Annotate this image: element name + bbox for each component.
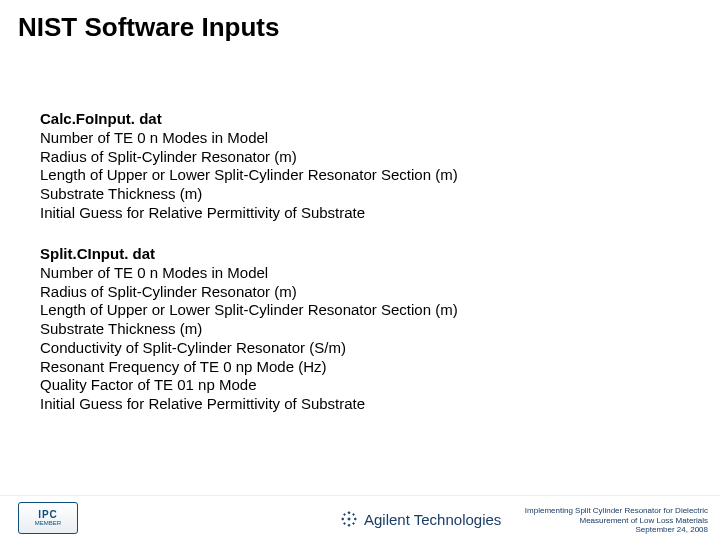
block2-item: Substrate Thickness (m) — [40, 320, 458, 339]
svg-point-4 — [354, 518, 356, 520]
block2-item: Quality Factor of TE 01 np Mode — [40, 376, 458, 395]
footer-line: Measurement of Low Loss Materials — [525, 516, 708, 525]
svg-point-0 — [348, 518, 350, 520]
footer: IPC MEMBER — [0, 480, 720, 540]
svg-point-2 — [348, 524, 350, 526]
ipc-badge-bottom: MEMBER — [35, 520, 61, 526]
svg-point-5 — [344, 514, 345, 515]
slide: NIST Software Inputs Calc.FoInput. dat N… — [0, 0, 720, 540]
svg-point-7 — [344, 523, 345, 524]
block2-item: Length of Upper or Lower Split-Cylinder … — [40, 301, 458, 320]
agilent-logo: Agilent Technologies — [340, 510, 501, 528]
input-block-calcfo: Calc.FoInput. dat Number of TE 0 n Modes… — [40, 110, 458, 223]
block1-item: Length of Upper or Lower Split-Cylinder … — [40, 166, 458, 185]
svg-point-1 — [348, 512, 350, 514]
block2-item: Number of TE 0 n Modes in Model — [40, 264, 458, 283]
footer-line: September 24, 2008 — [525, 525, 708, 534]
block2-item: Conductivity of Split-Cylinder Resonator… — [40, 339, 458, 358]
agilent-spark-icon — [340, 510, 358, 528]
footer-text: Implementing Split Cylinder Resonator fo… — [525, 506, 708, 534]
block1-item: Number of TE 0 n Modes in Model — [40, 129, 458, 148]
svg-point-3 — [342, 518, 344, 520]
block1-item: Substrate Thickness (m) — [40, 185, 458, 204]
block1-item: Radius of Split-Cylinder Resonator (m) — [40, 148, 458, 167]
footer-line: Implementing Split Cylinder Resonator fo… — [525, 506, 708, 515]
block1-heading: Calc.FoInput. dat — [40, 110, 458, 129]
block2-item: Resonant Frequency of TE 0 np Mode (Hz) — [40, 358, 458, 377]
agilent-text: Agilent Technologies — [364, 511, 501, 528]
block2-item: Initial Guess for Relative Permittivity … — [40, 395, 458, 414]
svg-point-6 — [353, 514, 354, 515]
ipc-badge-top: IPC — [38, 510, 58, 520]
block2-heading: Split.CInput. dat — [40, 245, 458, 264]
block2-item: Radius of Split-Cylinder Resonator (m) — [40, 283, 458, 302]
ipc-member-badge: IPC MEMBER — [18, 502, 78, 534]
input-block-splitc: Split.CInput. dat Number of TE 0 n Modes… — [40, 245, 458, 414]
slide-title: NIST Software Inputs — [18, 12, 279, 43]
block1-item: Initial Guess for Relative Permittivity … — [40, 204, 458, 223]
svg-point-8 — [353, 523, 354, 524]
